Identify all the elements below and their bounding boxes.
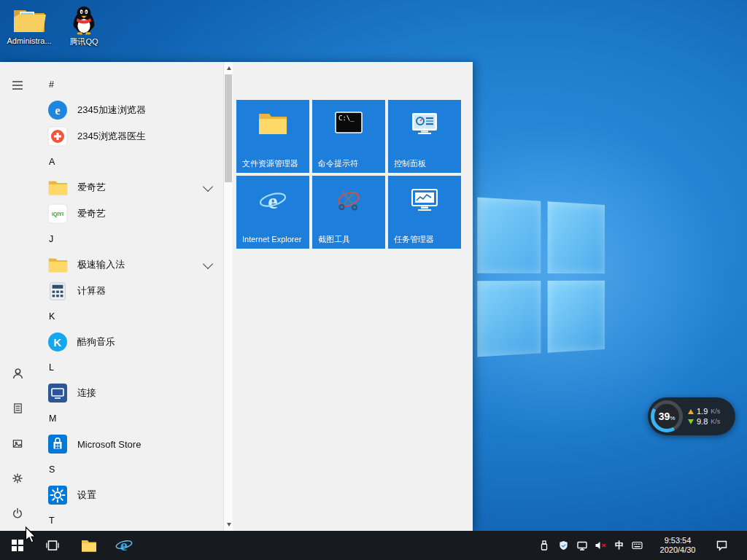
app-list-item-connect[interactable]: 连接	[35, 380, 223, 406]
usb-device-icon	[538, 540, 550, 551]
tray-volume-muted-button[interactable]	[591, 531, 610, 560]
hamburger-icon	[12, 79, 23, 91]
doctor-2345-icon	[47, 126, 68, 147]
app-list-header[interactable]: M	[35, 406, 223, 431]
tile-label: 截图工具	[318, 235, 382, 245]
folder-icon	[47, 254, 68, 275]
tile-internet-explorer[interactable]: e Internet Explorer	[236, 176, 309, 249]
action-center-button[interactable]	[709, 531, 734, 560]
app-list-header[interactable]: #	[35, 72, 223, 97]
tile-file-explorer[interactable]: 文件资源管理器	[236, 100, 309, 173]
power-icon	[12, 508, 23, 519]
windows-logo-pane	[477, 281, 541, 357]
triangle-up-icon	[227, 66, 231, 70]
app-list-header[interactable]: T	[35, 508, 223, 531]
app-list-item-kugou-music[interactable]: K 酷狗音乐	[35, 329, 223, 355]
qq-penguin-icon	[69, 4, 98, 35]
document-icon	[12, 402, 23, 414]
app-list-item-calculator[interactable]: 计算器	[35, 278, 223, 304]
svg-text:e: e	[55, 104, 60, 117]
app-list-scrollbar[interactable]	[223, 62, 233, 531]
taskbar-browser-button[interactable]: e	[108, 531, 140, 560]
download-rate: 9.8 K/s	[688, 418, 720, 426]
app-list-header[interactable]: L	[35, 355, 223, 380]
documents-button[interactable]	[0, 391, 35, 426]
chevron-down-icon[interactable]	[203, 259, 213, 269]
tile-label: 命令提示符	[318, 159, 382, 169]
taskbar: e	[0, 531, 747, 560]
app-list-item-2345-browser[interactable]: e 2345加速浏览器	[35, 97, 223, 123]
app-list-folder-jisu-ime[interactable]: 极速输入法	[35, 252, 223, 278]
upload-arrow-icon	[688, 409, 694, 414]
tray-ime-keyboard-button[interactable]	[627, 531, 646, 560]
usage-gauge: 39 %	[651, 400, 683, 432]
store-icon	[47, 434, 68, 454]
desktop-icon-tencent-qq[interactable]: 腾讯QQ	[60, 4, 108, 47]
control-panel-icon	[388, 112, 461, 135]
app-list-item-microsoft-store[interactable]: Microsoft Store	[35, 431, 223, 457]
ime-mode-label: 中	[615, 540, 624, 552]
app-list-item-iqiyi[interactable]: iQIYI 爱奇艺	[35, 201, 223, 227]
download-arrow-icon	[688, 419, 694, 424]
tile-control-panel[interactable]: 控制面板	[388, 100, 461, 173]
windows-logo-pane	[548, 201, 605, 273]
usage-percent-unit: %	[670, 415, 675, 421]
pictures-button[interactable]	[0, 426, 35, 461]
desktop-icon-administrator[interactable]: Administra...	[3, 6, 55, 45]
tile-grid: 文件资源管理器 C:\_ 命令提示符 控制面板	[236, 100, 461, 249]
tile-snipping-tool[interactable]: 截图工具	[312, 176, 385, 249]
svg-text:e: e	[268, 189, 277, 213]
account-button[interactable]	[0, 356, 35, 391]
network-icon	[576, 540, 588, 551]
tray-security-button[interactable]	[554, 531, 573, 560]
desktop-icon-label: 腾讯QQ	[69, 36, 98, 47]
app-list-header[interactable]: K	[35, 304, 223, 329]
task-view-button[interactable]	[36, 531, 69, 560]
scrollbar-thumb[interactable]	[225, 74, 232, 182]
app-list-folder-iqiyi[interactable]: 爱奇艺	[35, 174, 223, 201]
tile-label: Internet Explorer	[242, 235, 306, 245]
gear-icon	[12, 472, 23, 484]
desktop: Administra... 腾讯QQ	[0, 0, 747, 560]
file-explorer-icon	[236, 112, 309, 135]
calculator-icon	[47, 281, 68, 301]
file-explorer-icon	[81, 539, 97, 552]
clock-time: 9:53:54	[665, 536, 692, 545]
user-folder-icon	[12, 6, 46, 35]
app-list: # e 2345加速浏览器 2345浏览器医生 A	[35, 62, 223, 531]
tile-command-prompt[interactable]: C:\_ 命令提示符	[312, 100, 385, 173]
net-speed-widget[interactable]: 39 % 1.9 K/s 9.8 K/s	[648, 397, 735, 435]
connect-icon	[47, 383, 68, 403]
tile-label: 任务管理器	[394, 235, 457, 245]
scroll-down-button[interactable]	[224, 519, 233, 530]
start-button[interactable]	[0, 531, 35, 560]
app-list-item-settings[interactable]: 设置	[35, 482, 223, 508]
settings-button[interactable]	[0, 461, 35, 496]
power-button[interactable]	[0, 496, 35, 531]
start-menu-rail	[0, 62, 35, 531]
scroll-up-button[interactable]	[224, 63, 233, 74]
task-view-icon	[46, 540, 59, 551]
app-list-header[interactable]: J	[35, 227, 223, 252]
taskbar-file-explorer-button[interactable]	[73, 531, 105, 560]
desktop-icon-label: Administra...	[7, 36, 51, 45]
clock-date: 2020/4/30	[660, 545, 696, 555]
tile-task-manager[interactable]: 任务管理器	[388, 176, 461, 249]
svg-text:e: e	[120, 537, 128, 554]
tile-label: 控制面板	[394, 159, 457, 169]
tray-hardware-button[interactable]	[535, 531, 554, 560]
expand-menu-button[interactable]	[0, 68, 35, 103]
windows-logo-wallpaper	[477, 197, 605, 357]
app-list-item-2345-doctor[interactable]: 2345浏览器医生	[35, 123, 223, 149]
pictures-icon	[12, 438, 23, 449]
folder-icon	[47, 177, 68, 198]
app-list-header[interactable]: S	[35, 457, 223, 482]
chevron-down-icon[interactable]	[203, 182, 213, 192]
settings-icon	[47, 485, 68, 505]
tray-network-button[interactable]	[573, 531, 592, 560]
app-list-header[interactable]: A	[35, 149, 223, 174]
taskbar-clock[interactable]: 9:53:54 2020/4/30	[649, 531, 706, 560]
tray-ime-mode-button[interactable]: 中	[610, 531, 629, 560]
snipping-tool-icon	[312, 187, 385, 212]
browser-2345-icon: e	[47, 100, 68, 120]
